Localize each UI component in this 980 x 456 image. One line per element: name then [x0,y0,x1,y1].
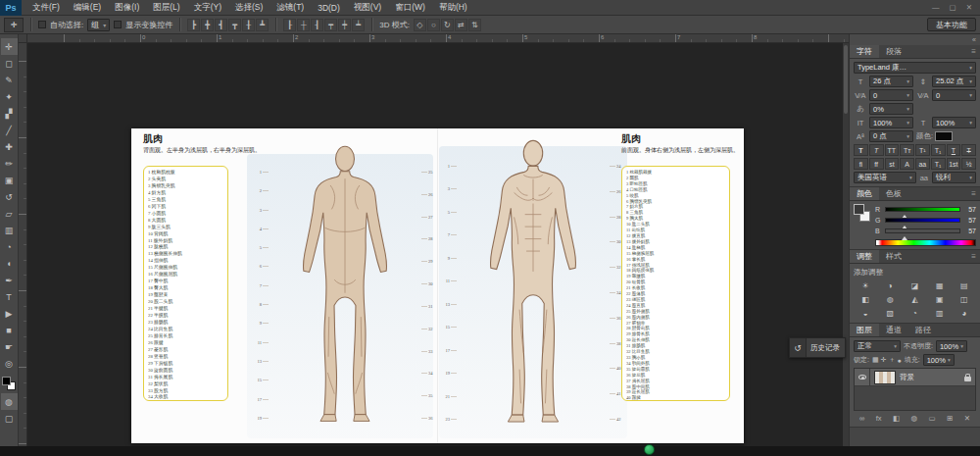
layers-toolbar-icon[interactable]: fx [876,414,882,423]
tool-icon[interactable]: ◖ [1,255,18,272]
menu-item[interactable]: 选择(S) [228,0,270,15]
adjustment-icon[interactable]: ▧ [878,307,902,320]
font-family-select[interactable]: TypeLand 康… [854,62,976,74]
kerning-field[interactable]: 0 [869,89,913,101]
adjustment-icon[interactable]: ◫ [953,293,976,306]
panel-menu-icon[interactable]: ≡ [971,252,980,261]
layer-row-background[interactable]: 背景 [855,369,975,386]
history-panel-flyout[interactable]: ↺ 历史记录 [789,337,846,358]
menu-item[interactable]: 文件(F) [25,0,67,15]
taskbar-app-icon[interactable] [644,444,655,455]
adjustment-icon[interactable]: ▣ [928,293,952,306]
adjustment-icon[interactable]: ◔ [903,307,926,320]
adjustment-icon[interactable]: ◍ [878,293,902,306]
opentype-button[interactable]: fi [854,158,868,170]
adjustment-icon[interactable]: ☀ [854,279,877,292]
text-color-swatch[interactable] [935,131,953,141]
opentype-button[interactable]: aa [915,158,930,170]
opentype-button[interactable]: ½ [961,158,976,170]
tool-icon[interactable]: ╱ [1,122,18,138]
type-style-button[interactable]: T [947,144,961,156]
distribute-icon[interactable]: ┼ [297,19,310,31]
leading-field[interactable]: 25.02 点 [932,76,976,87]
color-spectrum-bar[interactable] [875,239,976,246]
tool-icon[interactable]: ▢ [1,410,18,427]
tab-character[interactable]: 字符 [850,45,879,58]
menu-item[interactable]: 图像(I) [108,0,146,15]
distribute-icon[interactable]: ┿ [338,19,351,31]
type-style-button[interactable]: T [854,144,868,156]
window-control-icon[interactable]: ✕ [966,3,972,12]
adjustment-icon[interactable]: ◕ [953,307,976,320]
tool-icon[interactable]: ↺ [1,188,18,205]
channel-slider[interactable] [885,207,960,212]
workspace-button[interactable]: 基本功能 [927,18,976,31]
align-icon[interactable]: ┫ [215,19,227,31]
layer-thumbnail[interactable] [874,371,896,384]
tool-icon[interactable]: ▣ [1,172,18,188]
tool-icon[interactable]: ◎ [1,355,18,372]
collapse-panels-icon[interactable]: « [972,36,976,43]
adjustment-icon[interactable]: ◪ [903,279,926,292]
adjustment-icon[interactable]: ◭ [903,293,926,306]
type-style-button[interactable]: T [869,144,884,156]
align-icon[interactable]: ╂ [242,19,255,31]
tool-icon[interactable]: ▥ [1,222,18,238]
adjustment-icon[interactable]: ▥ [928,307,952,320]
tab-styles[interactable]: 样式 [879,250,908,263]
lock-option-icon[interactable]: ● [897,357,901,364]
3d-mode-icon[interactable]: ⇅ [468,19,481,31]
menu-item[interactable]: 3D(D) [311,0,347,15]
foreground-color-swatch[interactable] [2,377,11,385]
opentype-button[interactable]: st [885,158,900,170]
tool-icon[interactable]: ◔ [1,238,18,255]
language-select[interactable]: 美国英语 [854,172,916,183]
lock-option-icon[interactable]: ✛ [881,356,887,364]
tab-paragraph[interactable]: 段落 [879,45,908,58]
3d-mode-icon[interactable]: ↻ [441,19,454,31]
tab-swatches[interactable]: 色板 [879,187,908,200]
tab-channels[interactable]: 通道 [879,324,908,336]
tab-paths[interactable]: 路径 [908,324,938,336]
menu-item[interactable]: 窗口(W) [388,0,432,15]
distribute-icon[interactable]: ┯ [324,19,337,31]
tool-icon[interactable]: ✏ [1,155,18,172]
type-style-button[interactable]: Tᴛ [900,144,914,156]
foreground-color-swatch[interactable] [854,204,864,215]
3d-mode-icon[interactable]: ◇ [414,19,426,31]
fill-field[interactable]: 100% [923,354,955,366]
channel-slider[interactable] [885,228,960,233]
show-transform-checkbox[interactable] [114,21,122,28]
window-control-icon[interactable]: ▢ [950,3,956,12]
layers-toolbar-icon[interactable]: ⊞ [947,414,953,423]
distribute-icon[interactable]: ┷ [352,19,365,31]
channel-slider[interactable] [885,218,960,223]
layers-toolbar-icon[interactable]: ◍ [911,414,918,423]
tool-icon[interactable]: ▶ [1,305,18,322]
layers-toolbar-icon[interactable]: ◧ [893,414,900,423]
align-icon[interactable]: ┳ [228,19,241,31]
proportional-spacing-field[interactable]: 0% [869,103,913,115]
tool-icon[interactable]: ◍ [1,393,18,410]
tool-icon[interactable]: ✚ [1,138,18,155]
adjustment-icon[interactable]: ▦ [928,279,952,292]
channel-value[interactable]: 57 [963,206,976,213]
distribute-icon[interactable]: ┠ [283,19,296,31]
menu-item[interactable]: 图层(L) [146,0,186,15]
lock-option-icon[interactable]: ▦ [872,356,879,364]
tool-icon[interactable]: ▞ [1,105,18,122]
visibility-toggle[interactable] [855,369,870,385]
scrollbar-thumb[interactable] [844,45,848,114]
opentype-button[interactable]: 1st [947,158,961,170]
baseline-shift-field[interactable]: 0 点 [869,130,913,142]
type-style-button[interactable]: TT [885,144,900,156]
auto-select-dropdown[interactable]: 组 [87,19,110,31]
distribute-icon[interactable]: ┨ [311,19,323,31]
adjustment-icon[interactable]: ▤ [953,279,976,292]
horizontal-scale-field[interactable]: 100% [932,117,976,128]
menu-item[interactable]: 帮助(H) [432,0,474,15]
type-style-button[interactable]: T [961,144,976,156]
tool-icon[interactable]: ▱ [1,205,18,222]
3d-mode-icon[interactable]: ○ [427,19,440,31]
layers-toolbar-icon[interactable]: ✕ [964,414,970,423]
